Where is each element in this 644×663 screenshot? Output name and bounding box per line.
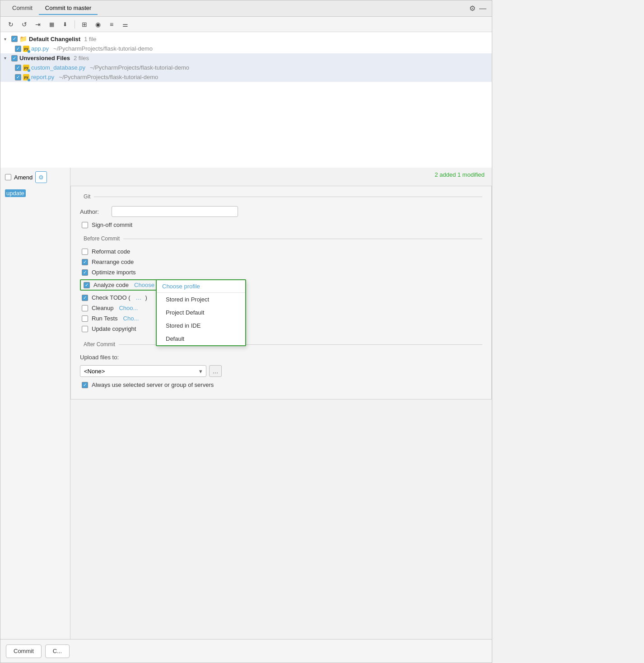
- commit-text-area[interactable]: update: [0, 187, 70, 639]
- sign-off-checkbox[interactable]: [82, 222, 88, 228]
- upload-select-arrow-icon: ▾: [199, 368, 202, 375]
- analyze-checkbox[interactable]: ✓: [84, 282, 90, 288]
- list-item[interactable]: ✓ py report.py ~/PycharmProjects/flask-t…: [0, 72, 492, 82]
- group-default-changelist[interactable]: ▾ ✓ 📁 Default Changelist 1 file: [0, 34, 492, 44]
- check-todo-close: ): [145, 294, 147, 301]
- tab-commit[interactable]: Commit: [6, 2, 39, 15]
- chevron-icon-2: ▾: [4, 56, 9, 61]
- before-commit-title: Before Commit: [80, 235, 482, 242]
- settings-panel: Git Author: Sign-off commit Before Commi…: [70, 186, 492, 400]
- filter-button[interactable]: ⚌: [119, 19, 131, 30]
- run-tests-checkbox[interactable]: [82, 315, 88, 322]
- toolbar: ↻ ↺ ⇥ ▦ ⬇ ⊞ ◉ ≡ ⚌: [0, 17, 492, 32]
- python-file-icon-2: py: [23, 65, 29, 71]
- minimize-icon[interactable]: —: [479, 5, 486, 13]
- settings-gear-button[interactable]: ⚙: [35, 171, 47, 183]
- rearrange-label: Rearrange code: [92, 259, 134, 265]
- always-use-label: Always use selected server or group of s…: [92, 381, 214, 388]
- check-todo-label: Check TODO (: [92, 294, 130, 301]
- tab-commit-to-master[interactable]: Commit to master: [39, 2, 98, 15]
- check-todo-checkbox[interactable]: ✓: [82, 295, 88, 301]
- group-count-unversioned: 2 files: [74, 55, 89, 61]
- reformat-code-row: Reformat code: [80, 248, 482, 255]
- upload-label-row: Upload files to:: [80, 354, 482, 361]
- file-tree: ▾ ✓ 📁 Default Changelist 1 file ✓ py app…: [0, 32, 492, 168]
- cleanup-label: Cleanup: [92, 305, 113, 311]
- cleanup-checkbox[interactable]: [82, 305, 88, 311]
- file-name-report: report.py: [31, 74, 54, 80]
- group-unversioned-files[interactable]: ▾ ✓ Unversioned Files 2 files: [0, 53, 492, 63]
- author-row: Author:: [80, 206, 482, 217]
- refresh-button[interactable]: ↻: [5, 19, 17, 30]
- file-path-report: ~/PycharmProjects/flask-tutorial-demo: [59, 74, 158, 80]
- group-checkbox-default[interactable]: ✓: [11, 36, 18, 42]
- rearrange-checkbox[interactable]: ✓: [82, 259, 88, 265]
- file-path-app: ~/PycharmProjects/flask-tutorial-demo: [53, 45, 153, 52]
- python-file-icon-3: py: [23, 74, 29, 80]
- diff-button[interactable]: ▦: [46, 19, 57, 30]
- upload-extra-button[interactable]: …: [209, 365, 222, 377]
- amend-label: Amend: [14, 174, 33, 181]
- group-count-default: 1 file: [84, 36, 96, 42]
- download-button[interactable]: ⬇: [59, 19, 71, 30]
- bottom-bar: Commit C...: [0, 639, 492, 663]
- title-bar-actions: ⚙ —: [469, 4, 486, 13]
- check-todo-row: ✓ Check TODO ( … ): [80, 294, 482, 301]
- check-todo-link[interactable]: …: [135, 294, 141, 301]
- amend-checkbox[interactable]: [5, 174, 11, 180]
- list-item[interactable]: ✓ py app.py ~/PycharmProjects/flask-tuto…: [0, 44, 492, 53]
- cleanup-row: Cleanup Choo...: [80, 305, 482, 311]
- run-tests-link[interactable]: Cho...: [123, 315, 139, 322]
- commit-message-text: update: [5, 189, 26, 197]
- group-label-unversioned: Unversioned Files: [19, 55, 70, 61]
- upload-label: Upload files to:: [80, 354, 119, 361]
- analyze-code-wrapper: ✓ Analyze code Choose profile Choose pro…: [80, 279, 482, 294]
- cancel-button[interactable]: C...: [45, 644, 70, 658]
- commit-message-panel: Amend ⚙ update: [0, 168, 70, 639]
- dropdown-item-default[interactable]: Default: [157, 332, 245, 345]
- before-commit-section: Before Commit Reformat code ✓ Rearrange …: [80, 235, 482, 332]
- sign-off-row: Sign-off commit: [80, 221, 482, 228]
- dropdown-item-project-default[interactable]: Project Default: [157, 306, 245, 319]
- file-name-custom-db: custom_database.py: [31, 64, 85, 71]
- section-line-before: [123, 239, 482, 239]
- before-commit-label: Before Commit: [84, 235, 120, 242]
- list-item[interactable]: ✓ py custom_database.py ~/PycharmProject…: [0, 63, 492, 72]
- reformat-label: Reformat code: [92, 248, 130, 255]
- file-checkbox-app[interactable]: ✓: [15, 46, 21, 52]
- profile-dropdown-header: Choose profile: [157, 280, 245, 293]
- amend-row: Amend ⚙: [0, 168, 70, 187]
- profile-dropdown: Choose profile Stored in Project Project…: [156, 279, 246, 346]
- folder-icon: 📁: [19, 35, 27, 42]
- eye-button[interactable]: ◉: [92, 19, 104, 30]
- author-input[interactable]: [112, 206, 238, 217]
- reformat-checkbox[interactable]: [82, 249, 88, 255]
- always-use-checkbox[interactable]: ✓: [82, 382, 88, 388]
- section-line-git: [94, 197, 482, 197]
- layout-button[interactable]: ⊞: [79, 19, 90, 30]
- group-button[interactable]: ≡: [106, 19, 117, 30]
- dropdown-item-stored-in-project[interactable]: Stored in Project: [157, 293, 245, 306]
- optimize-checkbox[interactable]: ✓: [82, 269, 88, 276]
- move-button[interactable]: ⇥: [32, 19, 44, 30]
- section-label-git: Git: [84, 193, 90, 200]
- after-commit-title: After Commit: [80, 341, 482, 348]
- file-checkbox-report[interactable]: ✓: [15, 74, 21, 80]
- upload-select[interactable]: <None> ▾: [80, 365, 206, 377]
- run-tests-row: Run Tests Cho...: [80, 315, 482, 322]
- dropdown-item-stored-in-ide[interactable]: Stored in IDE: [157, 319, 245, 332]
- group-checkbox-unversioned[interactable]: ✓: [11, 55, 18, 61]
- undo-button[interactable]: ↺: [19, 19, 30, 30]
- rearrange-code-row: ✓ Rearrange code: [80, 259, 482, 265]
- update-copyright-checkbox[interactable]: [82, 326, 88, 332]
- author-label: Author:: [80, 208, 107, 215]
- cleanup-link[interactable]: Choo...: [119, 305, 138, 311]
- update-copyright-label: Update copyright: [92, 325, 136, 332]
- toolbar-divider-1: [75, 20, 75, 28]
- settings-icon[interactable]: ⚙: [469, 4, 476, 13]
- run-tests-label: Run Tests: [92, 315, 118, 322]
- git-section-title: Git: [80, 193, 482, 200]
- commit-button[interactable]: Commit: [6, 644, 42, 658]
- file-checkbox-custom-db[interactable]: ✓: [15, 65, 21, 71]
- title-bar: Commit Commit to master ⚙ —: [0, 0, 492, 17]
